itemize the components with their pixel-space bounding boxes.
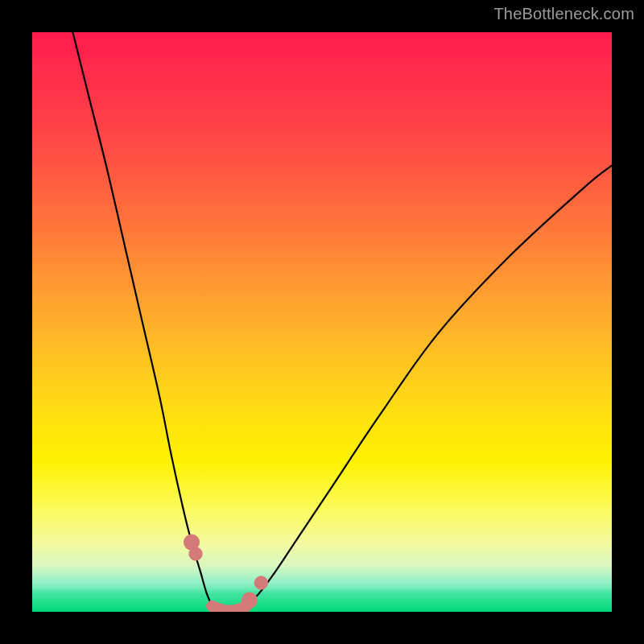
accent-points	[184, 535, 268, 609]
left-curve	[72, 32, 212, 606]
watermark-text: TheBottleneck.com	[493, 5, 634, 23]
accent-dot	[188, 547, 202, 560]
right-curve	[246, 166, 612, 606]
accent-dot	[254, 576, 268, 589]
chart-container: TheBottleneck.com	[0, 0, 644, 644]
valley-floor	[212, 606, 246, 611]
plot-area	[32, 32, 612, 612]
accent-dot	[242, 592, 258, 609]
curve-layer	[32, 32, 612, 612]
